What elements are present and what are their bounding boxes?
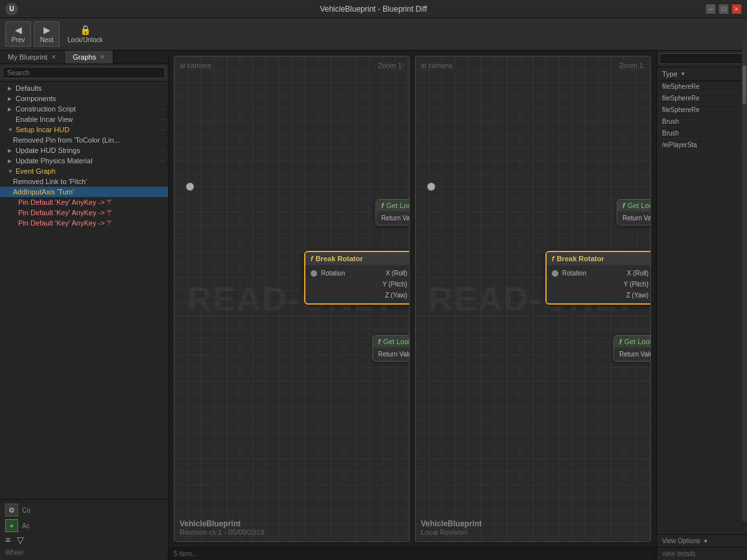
tree-item-event-graph[interactable]: ▼ Event Graph [0,166,168,176]
node-func-icon: f [622,202,625,209]
pin-row-rotation: Rotation X (Roll) [547,268,651,279]
restore-button[interactable]: □ [718,4,729,14]
tree-item-components[interactable]: ▶ Components [0,93,168,104]
diff-dots: ⋯ [159,106,165,113]
add-icon[interactable]: + [5,519,18,532]
node-header: f Get LookUp [617,200,651,211]
icon-row-3: ≡ ▽ [5,535,163,545]
right-item-5[interactable]: /eiPlayerSta [657,139,747,151]
node-header: f Break Rotator [305,252,410,265]
zoom-label-right: Zoom 1: [619,62,645,69]
expand-icon: ▼ [8,169,13,174]
pin-row-return: Return Value [373,349,410,360]
tree-item-removed-pin[interactable]: Removed Pin from 'ToColor (Lin... [0,135,168,145]
break-rotator-node-left[interactable]: f Break Rotator Rotation X (Roll) [304,251,410,305]
right-item-4[interactable]: Brush [657,128,747,139]
get-lookright-node-left[interactable]: f Get LookRight Return Value [372,335,410,362]
expand-icon: ▶ [8,158,13,164]
left-graph-panel[interactable]: READ-ONLY Zoom 1: al camera [174,56,410,542]
tree-label: Enable Incar View [16,115,73,123]
filter-icon[interactable]: ▽ [17,535,24,545]
compile-icon[interactable]: ⚙ [5,504,18,517]
type-header: Type ▼ [657,67,747,81]
expand-icon: ▶ [8,86,13,91]
tree-label: AddInputAxis 'Turn' [13,188,74,196]
prev-button[interactable]: ◀ Prev [5,21,31,47]
list-icon[interactable]: ≡ [5,535,10,545]
node-header: f Get LookRight [373,336,410,347]
expand-icon: ▶ [8,96,13,102]
pin-label: Return Value [619,351,651,358]
footer-line1: VehicleBlueprint [180,519,264,528]
tree-item-update-physics[interactable]: ▶ Update Physics Material ⋯ [0,156,168,166]
prev-icon: ◀ [15,25,22,35]
right-item-2[interactable]: fileSphereRe [657,104,747,116]
right-scrollbar-thumb[interactable] [742,65,746,104]
ue-logo: U [5,3,18,16]
pin-y-label: Y (Pitch) [383,281,407,288]
tree-label: Pin Default 'Key' AnyKey -> '!' [18,198,112,206]
search-input[interactable] [3,67,165,78]
get-lookup-node-right[interactable]: f Get LookUp Return Value [617,199,651,226]
tree-item-update-hud[interactable]: ▶ Update HUD Strings ⋯ [0,145,168,156]
icon-row-2: + Ac [5,519,163,532]
lock-unlock-button[interactable]: 🔒 Lock/Unlock [62,22,108,46]
lock-icon: 🔒 [80,25,91,35]
pin-row-y: Y (Pitch) [305,279,410,290]
view-options-label: View Options [662,537,700,544]
tree-item-removed-link[interactable]: Removed Link to 'Pitch' [0,176,168,187]
pin-row-z: Z (Yaw) [547,290,651,301]
tree-label: Event Graph [16,167,56,175]
pin-row-z: Z (Yaw) [305,290,410,301]
tree-item-add-input-axis[interactable]: AddInputAxis 'Turn' [0,187,168,197]
tree-item-pin-default-2[interactable]: Pin Default 'Key' AnyKey -> '!' [0,207,168,218]
right-panel-top: + [657,51,747,67]
graph-footer-left: VehicleBlueprint Revision cs:1 - 05/09/2… [180,519,264,536]
tree-label: Pin Default 'Key' AnyKey -> '!' [18,219,112,227]
tree-label: Update HUD Strings [16,146,80,154]
get-lookright-node-right[interactable]: f Get LookRight Return Value [613,335,651,362]
get-lookup-node-left[interactable]: f Get LookUp Return Value [375,199,410,226]
view-options-button[interactable]: View Options ▼ [657,534,747,547]
co-label: Co [22,507,30,514]
toolbar: ◀ Prev ▶ Next 🔒 Lock/Unlock [0,18,747,51]
tab-my-blueprint[interactable]: My Blueprint ✕ [0,51,65,64]
minimize-button[interactable]: ─ [706,4,716,14]
tree-item-pin-default-3[interactable]: Pin Default 'Key' AnyKey -> '!' [0,218,168,228]
input-pin [311,270,317,277]
graph-footer-right: VehicleBlueprint Local Revision [421,519,482,536]
left-sidebar: My Blueprint ✕ Graphs ✕ ▶ Defaults ▶ Com… [0,51,169,560]
right-item-1[interactable]: fileSphereRe [657,93,747,104]
type-label: Type [662,70,678,78]
right-item-3[interactable]: Brush [657,116,747,128]
icon-row-1: ⚙ Co [5,504,163,517]
node-header: f Get LookUp [376,200,410,211]
tree-item-construction-script[interactable]: ▶ Construction Script ⋯ [0,104,168,114]
tab-graphs-close[interactable]: ✕ [100,54,105,60]
next-label: Next [40,36,54,43]
right-item-0[interactable]: fileSphereRe [657,81,747,93]
window-title: VehicleBlueprint - Blueprint Diff [320,5,427,14]
title-bar: U VehicleBlueprint - Blueprint Diff ─ □ … [0,0,747,18]
tree-label: Pin Default 'Key' AnyKey -> '!' [18,209,112,216]
node-title: Get LookUp [628,202,651,209]
lock-label: Lock/Unlock [67,36,102,43]
tab-my-blueprint-close[interactable]: ✕ [51,54,56,60]
node-title: Get LookRight [624,338,651,345]
right-panel: + Type ▼ fileSphereRe fileSphereRe fileS… [656,51,747,560]
close-button[interactable]: ✕ [731,4,742,14]
pin-row-return: Return Value [614,349,651,360]
node-func-icon: f [311,255,313,262]
tree-label: Update Physics Material [16,157,93,165]
tree-item-defaults[interactable]: ▶ Defaults [0,83,168,93]
right-graph-panel[interactable]: READ-ONLY Zoom 1: al camera [415,56,651,542]
tab-graphs[interactable]: Graphs ✕ [65,51,113,64]
right-search-input[interactable] [659,53,747,64]
tree-item-setup-incar-hud[interactable]: ▼ Setup Incar HUD ⋯ [0,124,168,135]
tree-item-enable-incar[interactable]: Enable Incar View ⋯ [0,114,168,124]
pin-x-label: X (Roll) [627,270,648,277]
tree-item-pin-default-1[interactable]: Pin Default 'Key' AnyKey -> '!' [0,197,168,207]
break-rotator-node-right[interactable]: f Break Rotator Rotation X (Roll) [545,251,651,305]
next-button[interactable]: ▶ Next [34,21,60,47]
node-body: Return Value [376,211,410,225]
